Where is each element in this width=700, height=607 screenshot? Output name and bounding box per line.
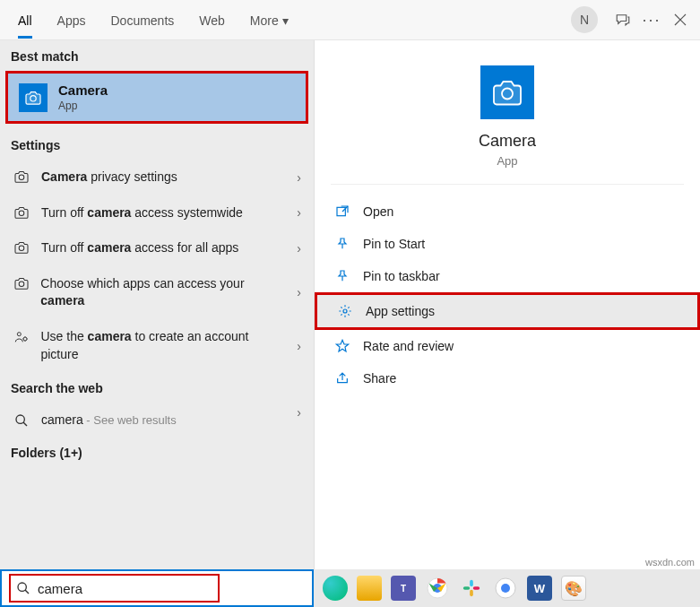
tab-documents[interactable]: Documents — [98, 3, 186, 38]
star-icon — [334, 339, 350, 353]
setting-choose-apps[interactable]: Choose which apps can access your camera… — [0, 266, 314, 319]
action-rate-review[interactable]: Rate and review — [315, 330, 700, 362]
svg-point-11 — [18, 583, 26, 591]
svg-rect-18 — [473, 586, 480, 590]
svg-point-20 — [501, 584, 510, 593]
section-folders: Folders (1+) — [0, 437, 314, 467]
chrome-beta-icon[interactable] — [493, 576, 518, 601]
search-bar[interactable] — [0, 569, 314, 607]
setting-account-picture[interactable]: Use the camera to create an account pict… — [0, 319, 314, 372]
person-settings-icon — [13, 328, 30, 344]
pin-icon — [334, 269, 350, 283]
action-label: Pin to Start — [363, 237, 425, 251]
setting-pre: Use the — [40, 329, 87, 343]
action-label: Open — [363, 204, 393, 219]
setting-bold: camera — [40, 293, 84, 308]
action-label: App settings — [366, 304, 435, 318]
web-term: camera — [41, 412, 83, 427]
best-match-subtitle: App — [58, 100, 108, 112]
action-share[interactable]: Share — [315, 362, 700, 395]
setting-post: access for all apps — [131, 240, 238, 255]
action-open[interactable]: Open — [315, 195, 700, 228]
tab-more[interactable]: More ▾ — [238, 3, 301, 38]
search-tabs: All Apps Documents Web More ▾ N ··· — [0, 0, 700, 40]
best-match-title: Camera — [58, 82, 108, 98]
setting-turn-off-all-apps[interactable]: Turn off camera access for all apps › — [0, 230, 314, 266]
svg-point-6 — [23, 337, 27, 341]
setting-turn-off-systemwide[interactable]: Turn off camera access systemwide › — [0, 195, 314, 231]
teams-icon[interactable]: T — [391, 576, 416, 601]
camera-outline-icon — [13, 169, 30, 183]
slack-icon[interactable] — [459, 576, 484, 601]
tab-web[interactable]: Web — [186, 3, 238, 38]
setting-post: privacy settings — [87, 169, 177, 184]
setting-pre: Turn off — [41, 205, 87, 220]
feedback-icon[interactable] — [609, 5, 637, 34]
svg-point-4 — [19, 282, 24, 287]
svg-point-1 — [19, 175, 24, 180]
close-icon[interactable] — [666, 5, 695, 34]
svg-rect-9 — [337, 207, 345, 215]
section-settings: Settings — [0, 129, 314, 160]
setting-pre: Choose which apps can access your — [40, 276, 244, 290]
camera-outline-icon — [13, 239, 30, 254]
preview-subtitle: App — [497, 154, 517, 168]
camera-app-icon — [480, 65, 534, 119]
camera-icon — [19, 83, 48, 112]
search-icon — [16, 581, 30, 595]
setting-bold: Camera — [41, 169, 87, 184]
camera-outline-icon — [13, 275, 30, 290]
action-label: Pin to taskbar — [363, 269, 440, 283]
svg-rect-16 — [463, 586, 470, 590]
edge-icon[interactable] — [323, 576, 348, 601]
svg-point-2 — [19, 210, 24, 215]
chevron-right-icon: › — [297, 205, 301, 220]
chrome-icon[interactable] — [425, 576, 450, 601]
setting-pre: Turn off — [41, 240, 87, 255]
word-icon[interactable]: W — [527, 576, 552, 601]
action-pin-start[interactable]: Pin to Start — [315, 228, 700, 260]
chevron-right-icon: › — [297, 285, 301, 299]
svg-point-5 — [17, 333, 21, 336]
share-icon — [334, 371, 350, 386]
watermark: wsxdn.com — [645, 557, 695, 568]
results-panel: Best match Camera App Settings Camera pr… — [0, 40, 314, 569]
web-result-camera[interactable]: camera - See web results › — [0, 403, 314, 437]
svg-rect-15 — [470, 580, 473, 586]
paint-icon[interactable]: 🎨 — [561, 576, 586, 601]
more-options-icon[interactable]: ··· — [637, 5, 666, 34]
chevron-right-icon: › — [297, 339, 301, 353]
tab-all[interactable]: All — [5, 3, 45, 38]
svg-rect-17 — [470, 590, 473, 596]
chevron-right-icon: › — [297, 405, 301, 420]
svg-point-10 — [343, 309, 347, 313]
chevron-down-icon: ▾ — [282, 13, 289, 28]
preview-panel: Camera App Open Pin to Start Pin to task… — [314, 40, 700, 569]
action-label: Rate and review — [363, 339, 454, 353]
search-input[interactable] — [38, 581, 212, 596]
action-label: Share — [363, 371, 396, 386]
file-explorer-icon[interactable] — [357, 576, 382, 601]
preview-title: Camera — [479, 132, 536, 151]
setting-camera-privacy[interactable]: Camera privacy settings › — [0, 160, 314, 195]
gear-icon — [337, 304, 353, 318]
setting-bold: camera — [87, 205, 131, 220]
action-pin-taskbar[interactable]: Pin to taskbar — [315, 260, 700, 292]
search-icon — [13, 412, 30, 428]
setting-bold: camera — [88, 329, 132, 343]
section-best-match: Best match — [0, 40, 314, 71]
svg-point-7 — [16, 415, 24, 423]
chevron-right-icon: › — [297, 241, 301, 256]
camera-outline-icon — [13, 204, 30, 219]
open-icon — [334, 204, 350, 219]
taskbar: T W 🎨 — [314, 569, 700, 607]
tab-apps[interactable]: Apps — [45, 3, 99, 38]
section-search-web: Search the web — [0, 372, 314, 403]
svg-point-3 — [19, 246, 24, 251]
pin-icon — [334, 237, 350, 251]
web-hint: - See web results — [83, 413, 177, 427]
setting-post: access systemwide — [131, 205, 242, 220]
best-match-camera[interactable]: Camera App — [5, 71, 308, 124]
user-avatar[interactable]: N — [571, 6, 598, 33]
action-app-settings[interactable]: App settings — [315, 292, 700, 330]
